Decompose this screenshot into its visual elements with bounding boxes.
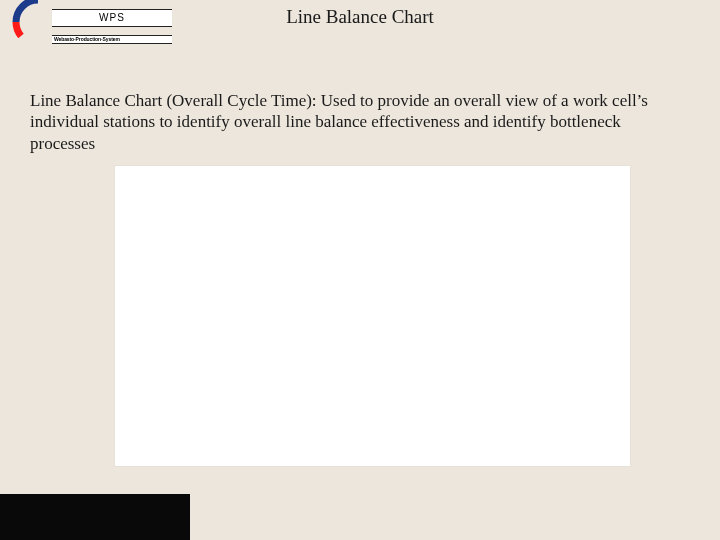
logo-subtitle: Webasto-Production-System: [52, 35, 172, 44]
page-title: Line Balance Chart: [286, 6, 434, 28]
logo-abbrev: WPS: [52, 9, 172, 27]
header: WPS Webasto-Production-System Line Balan…: [0, 0, 720, 60]
page-description: Line Balance Chart (Overall Cycle Time):…: [30, 90, 690, 154]
footer-dark-patch: [0, 494, 190, 540]
content-panel: [115, 166, 630, 466]
logo: WPS Webasto-Production-System: [20, 2, 175, 46]
